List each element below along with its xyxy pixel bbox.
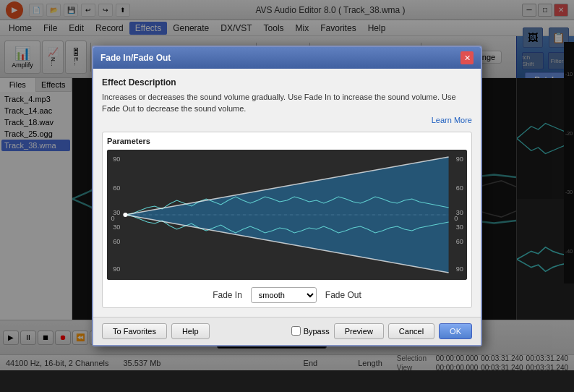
- learn-more-link[interactable]: Learn More: [102, 116, 472, 124]
- svg-text:30: 30: [456, 223, 463, 231]
- waveform-preview: 90 60 30 0 30 60 90 90 60 30 0 30 60 90: [107, 150, 467, 280]
- bypass-label: Bypass: [304, 327, 330, 336]
- fade-type-select[interactable]: smooth linear exponential: [251, 287, 317, 303]
- svg-text:0: 0: [111, 215, 115, 222]
- modal-body: Effect Description Increases or decrease…: [93, 69, 481, 317]
- bypass-checkbox[interactable]: [291, 326, 301, 336]
- modal-titlebar: Fade In/Fade Out ✕: [93, 47, 481, 69]
- params-label: Parameters: [107, 137, 467, 145]
- fade-controls: Fade In smooth linear exponential Fade O…: [107, 287, 467, 303]
- svg-text:90: 90: [113, 265, 120, 273]
- svg-text:30: 30: [113, 223, 120, 231]
- svg-text:60: 60: [456, 238, 463, 245]
- cancel-button[interactable]: Cancel: [388, 323, 434, 339]
- preview-svg: 90 60 30 0 30 60 90 90 60 30 0 30 60 90: [107, 150, 467, 280]
- svg-text:90: 90: [456, 155, 463, 163]
- modal-close-button[interactable]: ✕: [461, 51, 474, 64]
- fade-modal: Fade In/Fade Out ✕ Effect Description In…: [92, 46, 482, 346]
- svg-text:0: 0: [454, 215, 458, 222]
- bypass-checkbox-label[interactable]: Bypass: [291, 326, 330, 336]
- effect-desc-text: Increases or decreases the sound volume …: [102, 92, 472, 114]
- footer-left: To Favorites Help: [102, 323, 210, 339]
- modal-title: Fade In/Fade Out: [100, 53, 171, 63]
- modal-footer: To Favorites Help Bypass Preview Cancel …: [93, 317, 481, 345]
- svg-text:60: 60: [113, 184, 120, 192]
- footer-right: Bypass Preview Cancel OK: [291, 323, 472, 339]
- svg-text:60: 60: [456, 184, 463, 192]
- help-button[interactable]: Help: [171, 323, 210, 339]
- to-favorites-button[interactable]: To Favorites: [102, 323, 167, 339]
- modal-overlay: Fade In/Fade Out ✕ Effect Description In…: [0, 0, 574, 392]
- params-section: Parameters 90 60 30 0 30 60 90 90 60: [102, 132, 472, 308]
- effect-description-section: Effect Description Increases or decrease…: [102, 77, 472, 124]
- ok-button[interactable]: OK: [439, 323, 472, 339]
- fade-out-label: Fade Out: [325, 290, 361, 300]
- svg-text:90: 90: [113, 155, 120, 163]
- svg-text:60: 60: [113, 238, 120, 245]
- preview-button[interactable]: Preview: [334, 323, 384, 339]
- fade-in-label: Fade In: [213, 290, 242, 300]
- svg-text:90: 90: [456, 265, 463, 273]
- svg-point-25: [123, 213, 127, 217]
- effect-desc-header: Effect Description: [102, 77, 472, 88]
